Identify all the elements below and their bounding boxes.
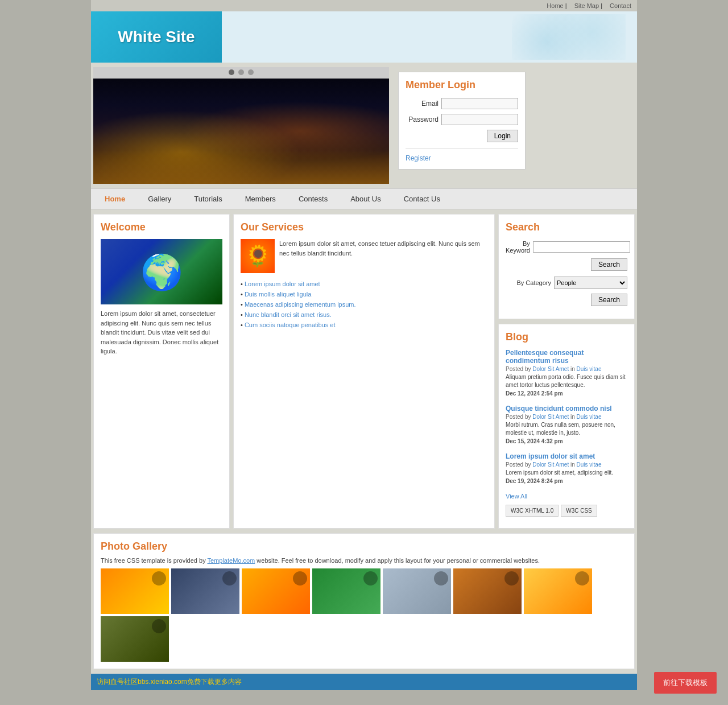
blog-post-2-date: Dec 15, 2024 4:32 pm [506,438,627,444]
gallery-thumb-2[interactable] [171,568,239,614]
nav-link-gallery[interactable]: Gallery [136,189,183,209]
service-item-1: Lorem ipsum dolor sit amet [241,279,487,289]
blog-post-2-link[interactable]: Quisque tincidunt commodo nisl [506,405,612,413]
nav-link-members[interactable]: Members [234,189,287,209]
welcome-image [101,239,222,304]
category-label: By Category [506,279,551,286]
logo-area: White Site [91,11,222,63]
blog-post-2: Quisque tincidunt commodo nisl Posted by… [506,405,627,444]
gallery-thumb-8[interactable] [101,616,169,662]
gallery-credit-link[interactable]: TemplateMo.com [208,557,255,564]
slider-container [93,67,389,184]
service-link-4[interactable]: Nunc blandit orci sit amet risus. [245,311,332,318]
blog-title: Blog [506,331,627,343]
service-intro-text: Lorem ipsum dolor sit amet, consec tetue… [279,239,487,273]
service-item-5: Cum sociis natoque penatibus et [241,320,487,330]
gallery-thumb-6[interactable] [453,568,522,614]
slider-city-bg [93,79,389,184]
email-input[interactable] [441,98,518,109]
main-wrapper: Member Login Email Password Login [91,63,637,674]
view-all-link[interactable]: View All [506,493,527,500]
keyword-label: By Keyword [506,240,530,254]
blog-post-2-author[interactable]: Dolor Sit Amet [532,414,569,420]
gallery-credit: This free CSS template is provided by Te… [101,557,627,564]
three-column-section: Welcome Lorem ipsum dolor sit amet, cons… [91,209,637,533]
service-link-2[interactable]: Duis mollis aliquet ligula [245,291,311,298]
search-btn-row-2: Search [506,294,627,306]
slider-dot-2[interactable] [238,69,244,75]
blog-post-1: Pellentesque consequat condimentum risus… [506,349,627,397]
site-header: White Site [91,11,637,63]
nav-item-tutorials: Tutorials [183,189,233,209]
nav-link-tutorials[interactable]: Tutorials [183,189,233,209]
thumb-overlay-4 [363,571,378,586]
services-column: Our Services Lorem ipsum dolor sit amet,… [233,214,495,529]
download-button[interactable]: 前往下载模板 [654,672,717,690]
gallery-thumb-1[interactable] [101,568,169,614]
gallery-thumb-7[interactable] [524,568,592,614]
blog-post-3: Lorem ipsum dolor sit amet Posted by Dol… [506,452,627,484]
gallery-grid [101,568,627,662]
service-link-3[interactable]: Maecenas adipiscing elementum ipsum. [245,301,356,308]
blog-post-3-category[interactable]: Duis vitae [577,461,602,468]
nav-item-members: Members [234,189,287,209]
service-intro-image [241,239,275,273]
search-sidebar: Search By Keyword Search By Category Peo… [498,214,635,529]
gallery-credit-suffix: website. Feel free to download, modify a… [257,557,540,564]
blog-post-3-link[interactable]: Lorem ipsum dolor sit amet [506,452,595,460]
nav-link-aboutus[interactable]: About Us [339,189,392,209]
top-nav-contact[interactable]: Contact [610,2,631,9]
service-item-2: Duis mollis aliquet ligula [241,289,487,299]
welcome-title: Welcome [101,221,222,233]
password-input[interactable] [441,114,518,125]
slider-dot-3[interactable] [248,69,254,75]
site-logo: White Site [118,28,195,46]
nav-link-contactus[interactable]: Contact Us [392,189,452,209]
thumb-overlay-3 [293,571,307,586]
blog-post-1-link[interactable]: Pellentesque consequat condimentum risus [506,349,584,365]
keyword-row: By Keyword [506,240,627,254]
blog-post-1-category[interactable]: Duis vitae [577,366,602,372]
gallery-thumb-5[interactable] [383,568,451,614]
nav-item-home: Home [93,189,136,209]
keyword-search-button[interactable]: Search [591,258,627,271]
blog-post-2-title: Quisque tincidunt commodo nisl [506,405,627,413]
category-search-button[interactable]: Search [591,294,627,306]
category-select[interactable]: People Search [554,277,627,289]
password-label: Password [406,116,439,123]
banner-section: Member Login Email Password Login [91,63,637,188]
welcome-body: Lorem ipsum dolor sit amet, consectetuer… [101,309,222,356]
keyword-input[interactable] [533,241,630,253]
gallery-thumb-4[interactable] [312,568,380,614]
slider-dot-1[interactable] [229,69,234,75]
login-button[interactable]: Login [487,130,518,142]
nav-item-aboutus: About Us [339,189,392,209]
xhtml-badge: W3C XHTML 1.0 [506,505,559,517]
service-link-5[interactable]: Cum sociis natoque penatibus et [245,321,336,328]
service-intro: Lorem ipsum dolor sit amet, consec tetue… [241,239,487,273]
gallery-thumb-3[interactable] [242,568,310,614]
thumb-overlay-2 [222,571,237,586]
blog-post-3-date: Dec 19, 2024 8:24 pm [506,478,627,484]
slider-dots [93,67,389,79]
member-login-box: Member Login Email Password Login [398,72,526,170]
header-decoration [222,11,637,63]
badges: W3C XHTML 1.0 W3C CSS [506,500,627,521]
thumb-overlay-8 [152,619,166,633]
blog-post-3-author[interactable]: Dolor Sit Amet [532,461,569,468]
nav-link-home[interactable]: Home [93,189,136,209]
content-area: Member Login Email Password Login [91,63,637,674]
gallery-credit-text: This free CSS template is provided by [101,557,206,564]
blog-post-2-excerpt: Morbi rutrum. Cras nulla sem, posuere no… [506,421,627,437]
blog-box: Blog Pellentesque consequat condimentum … [498,324,635,529]
blog-post-1-date: Dec 12, 2024 2:54 pm [506,390,627,397]
blog-post-2-category[interactable]: Duis vitae [577,414,602,420]
blog-post-1-author[interactable]: Dolor Sit Amet [532,366,569,372]
register-link[interactable]: Register [406,154,431,162]
blog-post-3-excerpt: Lorem ipsum dolor sit amet, adipiscing e… [506,469,627,477]
top-nav-sitemap[interactable]: Site Map [574,2,599,9]
top-nav-home[interactable]: Home [547,2,563,9]
nav-link-contests[interactable]: Contests [287,189,339,209]
service-link-1[interactable]: Lorem ipsum dolor sit amet [245,281,320,287]
css-badge: W3C CSS [561,505,597,517]
